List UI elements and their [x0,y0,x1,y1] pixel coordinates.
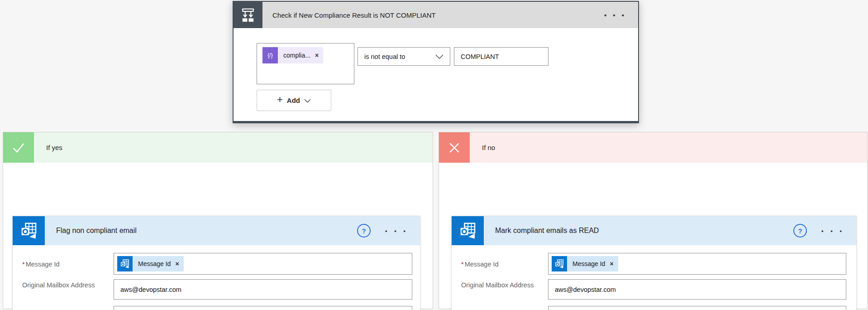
original-mailbox-input[interactable]: aws@devopstar.com [548,279,846,300]
cross-icon [439,132,470,163]
add-button-label: Add [287,97,300,104]
required-marker: * [22,261,25,268]
branch-if-no: If no [439,132,868,309]
field-label-original-mailbox: Original Mailbox Address [461,281,536,290]
if-no-label: If no [470,132,867,163]
action-card-title: Mark compliant emails as READ [484,216,793,245]
remove-token-icon[interactable]: × [313,52,323,59]
plus-icon: + [277,94,283,106]
if-yes-body: Flag non compliant email ? • • • *Messag… [3,163,433,309]
condition-more-menu-button[interactable]: • • • [604,11,626,19]
action-card-header[interactable]: Flag non compliant email ? • • • [13,216,420,245]
action-more-menu-button[interactable]: • • • [821,228,844,234]
expression-icon: {/} [262,47,278,63]
field-label-message-id: *Message Id [22,260,97,269]
condition-left-operand-field[interactable]: {/} complia... × [257,43,354,84]
chevron-down-icon [304,97,311,104]
operator-value: is not equal to [364,53,405,60]
branch-if-yes: If yes [3,132,433,309]
if-yes-header: If yes [3,132,433,163]
condition-value-input[interactable]: COMPLIANT [454,47,548,66]
remove-token-icon[interactable]: × [608,260,618,267]
mark-as-dropdown[interactable]: Yes [548,306,846,310]
input-value: aws@devopstar.com [120,286,181,293]
outlook-icon [552,256,567,271]
token-label: complia... [278,52,313,59]
condition-card-header[interactable]: Check if New Compliance Result is NOT CO… [234,2,638,28]
input-value: aws@devopstar.com [555,286,616,293]
flow-designer-canvas: Check if New Compliance Result is NOT CO… [0,0,868,310]
condition-card: Check if New Compliance Result is NOT CO… [233,1,639,123]
condition-operator-select[interactable]: is not equal to [358,47,450,66]
chevron-down-icon [435,53,444,60]
help-icon[interactable]: ? [793,224,807,237]
action-card-form: *Message Id [13,245,420,310]
token-label: Message Id [567,260,608,267]
dynamic-content-token[interactable]: Message Id × [117,256,184,271]
check-icon [3,132,34,163]
outlook-icon [13,216,45,245]
field-label-message-id: *Message Id [461,260,536,269]
help-icon[interactable]: ? [357,224,371,237]
if-yes-label: If yes [34,132,433,163]
action-card-form: *Message Id [452,245,856,310]
condition-card-body: {/} complia... × is not equal to COMPLIA… [234,28,638,121]
dynamic-content-token[interactable]: Message Id × [552,256,618,271]
flag-status-dropdown[interactable]: Flagged [114,306,412,310]
condition-branch-icon [234,2,262,28]
action-more-menu-button[interactable]: • • • [385,228,408,234]
action-card-mark-read: Mark compliant emails as READ ? • • • *M… [451,216,857,310]
message-id-input[interactable]: Message Id × [114,253,412,275]
action-card-header[interactable]: Mark compliant emails as READ ? • • • [452,216,856,245]
field-label-original-mailbox: Original Mailbox Address [22,281,97,290]
add-condition-button[interactable]: + Add [257,90,331,111]
original-mailbox-input[interactable]: aws@devopstar.com [114,279,412,300]
remove-token-icon[interactable]: × [173,260,183,267]
if-no-body: Mark compliant emails as READ ? • • • *M… [439,163,867,309]
outlook-icon [117,256,133,271]
dynamic-content-token[interactable]: {/} complia... × [262,47,323,63]
outlook-icon [452,216,484,245]
action-card-flag-email: Flag non compliant email ? • • • *Messag… [12,216,420,310]
token-label: Message Id [133,260,173,267]
condition-value-text: COMPLIANT [461,53,499,60]
message-id-input[interactable]: Message Id × [548,253,846,275]
condition-card-title: Check if New Compliance Result is NOT CO… [262,2,604,28]
action-card-title: Flag non compliant email [45,216,357,245]
required-marker: * [461,261,464,268]
if-no-header: If no [439,132,867,163]
